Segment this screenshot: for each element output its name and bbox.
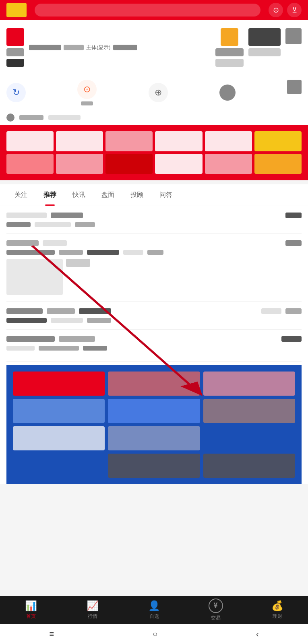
- tab-touzu[interactable]: 投顾: [122, 184, 151, 206]
- small-gray-block: [285, 28, 302, 44]
- fi2-ph7: [123, 250, 143, 255]
- icon-item-4[interactable]: [219, 85, 236, 101]
- fi3-ph2: [47, 308, 75, 314]
- icon-row: ↻ ⊙ ⊕: [0, 75, 308, 110]
- trade-icon-circle: ¥: [209, 599, 223, 613]
- rc-8: [56, 154, 103, 174]
- fi2-ph6: [87, 250, 119, 255]
- logo: [6, 3, 27, 17]
- fi2-ph8: [147, 250, 163, 255]
- icon-1: ↻: [6, 83, 26, 102]
- feed-item-3[interactable]: [6, 302, 302, 330]
- rc-9: [105, 154, 153, 174]
- nav-item-market[interactable]: 📈 行情: [76, 600, 109, 620]
- fi3-ph8: [87, 318, 111, 323]
- orange-block: [221, 28, 238, 46]
- info-ph-1: [19, 115, 43, 120]
- fi1-ph2: [51, 213, 83, 218]
- light-gray-block: [215, 59, 244, 67]
- back-button[interactable]: ‹: [256, 630, 259, 639]
- nav-item-wealth[interactable]: 💰 理财: [261, 600, 294, 620]
- tab-kuaixun[interactable]: 快讯: [64, 184, 93, 206]
- bc-4: [13, 399, 105, 423]
- rc-7: [6, 154, 54, 174]
- card-item-1[interactable]: [6, 28, 24, 67]
- fi2-ph3: [285, 240, 302, 246]
- bottom-navigation: 📊 首页 📈 行情 👤 自选 ¥ 交易 💰 理财: [0, 596, 308, 624]
- tab-tuijian[interactable]: 推荐: [35, 184, 64, 206]
- feed-item-2[interactable]: [6, 234, 302, 302]
- fi3-ph7: [51, 318, 83, 323]
- tab-panmian[interactable]: 盘面: [93, 184, 122, 206]
- mid-section: 主体(显示): [29, 28, 211, 67]
- fi4-ph5: [39, 346, 79, 351]
- bc-3: [203, 372, 295, 396]
- red-block: [6, 28, 24, 46]
- ph-line-3: [113, 45, 137, 50]
- ph-line-1: [29, 45, 61, 50]
- rc-10: [155, 154, 202, 174]
- ph-line-2: [64, 45, 84, 50]
- card-item-2[interactable]: [215, 28, 244, 67]
- fi4-ph6: [83, 346, 107, 351]
- icon-item-2[interactable]: ⊙: [77, 80, 97, 105]
- dark-block: [6, 59, 24, 67]
- bc-9: [13, 454, 105, 478]
- icon-item-1[interactable]: ↻: [6, 83, 26, 102]
- fi2-ph5: [59, 250, 83, 255]
- fi2-img2: [66, 259, 90, 267]
- menu-button[interactable]: ≡: [49, 630, 54, 639]
- section-divider: [0, 180, 308, 184]
- rc-4: [155, 131, 202, 151]
- fi2-ph1: [6, 240, 39, 246]
- wealth-label: 理财: [273, 613, 282, 620]
- label-zhuti: 主体(显示): [86, 44, 111, 51]
- icon-3: ⊕: [149, 83, 168, 102]
- tab-wenda[interactable]: 问答: [151, 184, 180, 206]
- rc-1: [6, 131, 54, 151]
- top-icons: ⊙ ⊻: [269, 3, 302, 17]
- nav-item-watchlist[interactable]: 👤 自选: [138, 600, 170, 620]
- bc-7: [13, 426, 105, 450]
- nav-item-trade[interactable]: ¥ 交易: [200, 599, 232, 621]
- bc-10: [108, 454, 200, 478]
- icon-label-1: [81, 101, 93, 105]
- download-icon[interactable]: ⊻: [287, 3, 302, 17]
- fi3-ph1: [6, 308, 43, 314]
- rc-3: [105, 131, 153, 151]
- fi1-ph3: [285, 213, 302, 218]
- dot-1: [6, 114, 14, 122]
- tab-guanzhu[interactable]: 关注: [6, 184, 35, 206]
- watchlist-icon: 👤: [148, 600, 160, 611]
- info-row: [0, 110, 308, 125]
- bc-2: [108, 372, 200, 396]
- feed-item-1[interactable]: [6, 206, 302, 234]
- fi1-ph6: [75, 222, 95, 227]
- tab-navigation: 关注 推荐 快讯 盘面 投顾 问答: [0, 184, 308, 206]
- nav-item-home[interactable]: 📊 首页: [15, 600, 47, 620]
- gray-block-2: [215, 48, 244, 56]
- bc-6: [203, 399, 295, 423]
- feed-item-4[interactable]: [6, 330, 302, 362]
- fi4-ph4: [6, 346, 35, 351]
- fi3-ph4: [261, 308, 281, 314]
- fi4-ph3: [281, 336, 302, 342]
- watchlist-label: 自选: [149, 613, 159, 620]
- rc-6: [254, 131, 302, 151]
- search-bar[interactable]: [35, 4, 260, 17]
- fi2-ph4: [6, 250, 55, 255]
- system-navigation: ≡ ○ ‹: [0, 624, 308, 644]
- bc-5: [108, 399, 200, 423]
- fi1-ph4: [6, 222, 31, 227]
- trade-label: 交易: [211, 615, 221, 621]
- icon-item-3[interactable]: ⊕: [149, 83, 168, 102]
- light-gray-block-2: [248, 48, 281, 56]
- rc-11: [205, 154, 252, 174]
- notification-icon[interactable]: ⊙: [269, 3, 283, 17]
- home-button[interactable]: ○: [153, 630, 157, 639]
- market-icon: 📈: [87, 600, 99, 611]
- icon-4: [219, 85, 236, 101]
- fi2-img1: [6, 259, 63, 295]
- fi3-ph6: [6, 318, 47, 323]
- card-item-3[interactable]: [248, 28, 281, 67]
